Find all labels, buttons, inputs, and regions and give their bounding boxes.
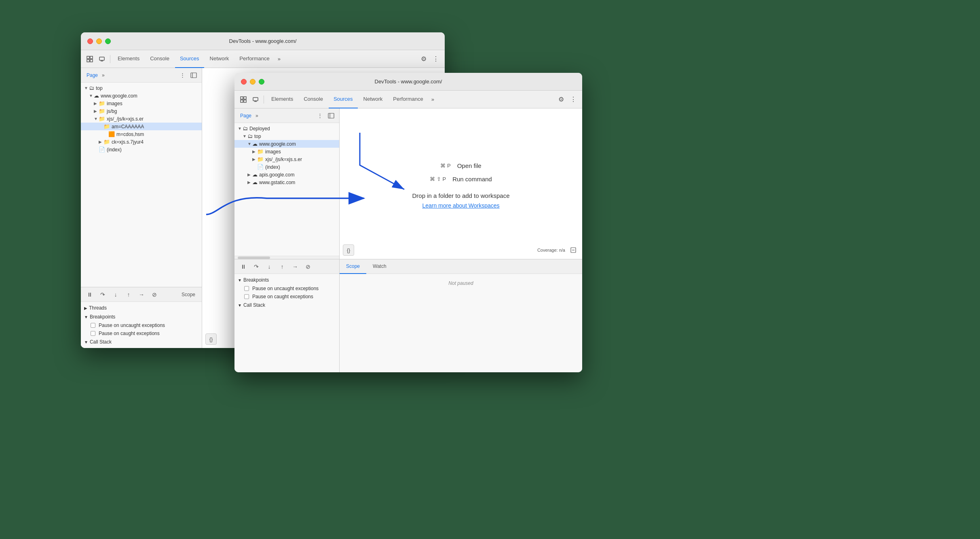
tree-item-jsbg-back[interactable]: ▶ 📁 js/bg [81,107,202,115]
continue-icon-back[interactable]: → [136,289,147,300]
shortcut-run-row-front: ⌘ ⇧ P Run command [430,176,492,182]
pause-uncaught-checkbox-front[interactable] [244,286,249,291]
tree-item-apis-front[interactable]: ▶ ☁ apis.google.com [234,171,339,178]
tree-item-top-back[interactable]: ▼ 🗂 top [81,84,202,92]
pause-icon-back[interactable]: ⏸ [84,289,95,300]
step-out-icon-front[interactable]: ↑ [277,261,288,272]
close-button-back[interactable] [87,38,93,44]
tab-console-front[interactable]: Console [299,91,328,108]
close-button-front[interactable] [241,79,247,85]
svg-rect-10 [241,100,243,102]
tab-performance-front[interactable]: Performance [388,91,428,108]
page-tab-back[interactable]: Page [84,72,100,79]
more-tabs-front[interactable]: » [429,95,437,104]
pause-uncaught-back: Pause on uncaught exceptions [81,321,202,329]
callstack-section-back[interactable]: ▼ Call Stack [81,337,202,346]
tree-item-google-back[interactable]: ▼ ☁ www.google.com [81,92,202,100]
step-over-icon-front[interactable]: ↷ [251,261,262,272]
tab-console-back[interactable]: Console [145,50,174,68]
bottom-panel-front: ⏸ ↷ ↓ ↑ → ⊘ ▼ Breakpoints Pause on uncau… [234,259,582,372]
format-icon-front[interactable]: {} [343,244,354,256]
bottom-panel-back: ⏸ ↷ ↓ ↑ → ⊘ Scope ▶ Threads ▼ Breakpoint… [81,287,202,348]
more-options-icon-back[interactable]: ⋮ [430,53,441,65]
step-into-icon-front[interactable]: ↓ [264,261,275,272]
device-icon-back[interactable] [96,53,108,65]
three-dots-icon-front[interactable]: ⋮ [315,111,325,121]
svg-rect-4 [99,57,104,60]
tree-item-images-back[interactable]: ▶ 📁 images [81,100,202,107]
h-scroll-front[interactable] [234,256,339,259]
step-out-icon-back[interactable]: ↑ [123,289,134,300]
tree-item-images-front[interactable]: ▶ 📁 images [234,148,339,155]
svg-rect-8 [241,97,243,99]
scope-label-back: Scope [178,292,199,297]
tree-item-ck-back[interactable]: ▶ 📁 ck=xjs.s.7jyur4 [81,138,202,146]
svg-rect-12 [253,98,258,101]
bottom-content-front: ▼ Breakpoints Pause on uncaught exceptio… [234,274,339,311]
step-into-icon-back[interactable]: ↓ [110,289,121,300]
tree-item-mcdos-back[interactable]: 🟧 m=cdos,hsm [81,130,202,138]
threads-section-back[interactable]: ▶ Threads [81,303,202,312]
pause-icon-front[interactable]: ⏸ [238,261,249,272]
scope-tab-scope-front[interactable]: Scope [340,259,366,274]
tree-item-google-front[interactable]: ▼ ☁ www.google.com [234,140,339,148]
page-tab-front[interactable]: Page [238,112,254,119]
more-options-icon-front[interactable]: ⋮ [568,94,579,105]
tree-item-am-back[interactable]: 📁 am=CAAAAAA [81,123,202,130]
tree-item-index-front[interactable]: 📄 (index) [234,163,339,171]
editor-area-front: ⌘ P Open file ⌘ ⇧ P Run command Drop in … [340,108,582,259]
format-btn-front[interactable]: {} [343,244,354,256]
tree-item-deployed-front[interactable]: ▼ 🗂 Deployed [234,125,339,132]
arrow-overlay-front [340,108,582,259]
tree-item-top-front[interactable]: ▼ 🗂 top [234,132,339,140]
panel-toolbar-front: Page » ⋮ [234,108,339,123]
tree-item-xjs-front[interactable]: ▶ 📁 xjs/_/js/k=xjs.s.er [234,155,339,163]
deactivate-icon-front[interactable]: ⊘ [302,261,314,272]
tab-sources-front[interactable]: Sources [329,91,358,108]
tree-item-gstatic-front[interactable]: ▶ ☁ www.gstatic.com [234,178,339,186]
svg-rect-1 [90,56,93,59]
device-icon-front[interactable] [250,94,261,105]
title-bar-back: DevTools - www.google.com/ [81,32,445,50]
tab-performance-back[interactable]: Performance [234,50,274,68]
tab-elements-back[interactable]: Elements [113,50,144,68]
breakpoints-section-front[interactable]: ▼ Breakpoints [234,276,339,284]
settings-icon-front[interactable]: ⚙ [555,94,567,105]
tab-network-back[interactable]: Network [205,50,234,68]
coverage-icon-front[interactable] [568,244,579,256]
more-tabs-back[interactable]: » [275,54,283,64]
deactivate-icon-back[interactable]: ⊘ [149,289,160,300]
toggle-sidebar-icon-back[interactable] [189,70,199,80]
tab-network-front[interactable]: Network [359,91,388,108]
toggle-sidebar-icon-front[interactable] [326,111,336,121]
continue-icon-front[interactable]: → [289,261,301,272]
page-more-front[interactable]: » [256,113,258,119]
page-more-back[interactable]: » [102,72,105,78]
tab-sources-back[interactable]: Sources [175,50,204,68]
minimize-button-front[interactable] [250,79,256,85]
inspect-icon-back[interactable] [84,53,95,65]
three-dots-icon-back[interactable]: ⋮ [177,70,187,80]
right-area-front: ⌘ P Open file ⌘ ⇧ P Run command Drop in … [340,108,582,259]
learn-link-front[interactable]: Learn more about Workspaces [422,202,499,209]
settings-icon-back[interactable]: ⚙ [418,53,429,65]
bottom-toolbar-back: ⏸ ↷ ↓ ↑ → ⊘ Scope [81,287,202,302]
inspect-icon-front[interactable] [238,94,249,105]
maximize-button-front[interactable] [259,79,264,85]
minimize-button-back[interactable] [96,38,102,44]
h-scroll-thumb-front[interactable] [238,257,270,259]
tree-item-xjs-back[interactable]: ▼ 📁 xjs/_/js/k=xjs.s.er [81,115,202,123]
tree-item-index-back[interactable]: 📄 (index) [81,146,202,153]
scope-tab-watch-front[interactable]: Watch [366,259,393,274]
callstack-section-front[interactable]: ▼ Call Stack [234,301,339,310]
maximize-button-back[interactable] [105,38,111,44]
pause-caught-checkbox-back[interactable] [91,331,95,336]
svg-rect-3 [90,59,93,62]
tab-elements-front[interactable]: Elements [266,91,298,108]
breakpoints-section-back[interactable]: ▼ Breakpoints [81,312,202,321]
pause-caught-checkbox-front[interactable] [244,294,249,299]
format-btn-back[interactable]: {} [205,333,217,345]
pause-uncaught-checkbox-back[interactable] [91,323,95,328]
format-icon-back[interactable]: {} [205,333,217,345]
step-over-icon-back[interactable]: ↷ [97,289,108,300]
